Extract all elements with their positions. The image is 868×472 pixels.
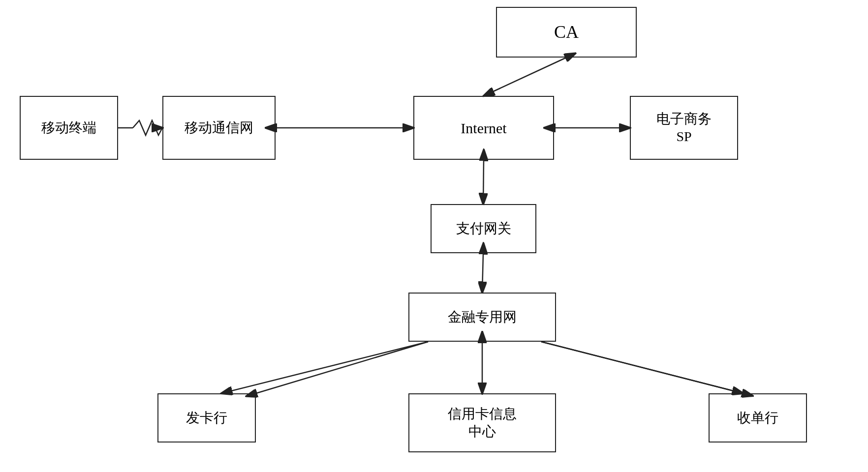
issuing-finance-arrow (256, 342, 428, 393)
ecommerce-label: 电子商务SP (656, 110, 712, 146)
mobile-network-node: 移动通信网 (162, 96, 276, 160)
ecommerce-node: 电子商务SP (630, 96, 738, 160)
mobile-terminal-node: 移动终端 (20, 96, 118, 160)
mobile-network-label: 移动通信网 (185, 119, 253, 137)
ca-internet-arrow (484, 58, 566, 96)
payment-gateway-label: 支付网关 (456, 220, 511, 237)
mobile-terminal-label: 移动终端 (41, 119, 96, 137)
issuing-bank-node: 发卡行 (157, 393, 256, 442)
payment-gateway-node: 支付网关 (431, 204, 536, 253)
credit-center-label: 信用卡信息中心 (448, 405, 517, 441)
break-symbol (133, 120, 162, 135)
finance-network-label: 金融专用网 (448, 308, 517, 326)
finance-acquiring-arrow (541, 342, 743, 393)
acquiring-finance-arrow (541, 342, 743, 393)
internet-node: Internet (413, 96, 554, 160)
issuing-bank-label: 发卡行 (186, 409, 227, 427)
payment-finance-arrow (482, 253, 483, 293)
finance-network-node: 金融专用网 (408, 293, 556, 342)
acquiring-bank-node: 收单行 (709, 393, 807, 442)
internet-label: Internet (461, 118, 506, 138)
internet-payment-arrow (483, 160, 484, 204)
finance-issuing-arrow (221, 342, 428, 393)
credit-center-node: 信用卡信息中心 (408, 393, 556, 452)
ca-node: CA (496, 7, 637, 58)
acquiring-bank-label: 收单行 (737, 409, 778, 427)
ca-label: CA (554, 21, 579, 44)
